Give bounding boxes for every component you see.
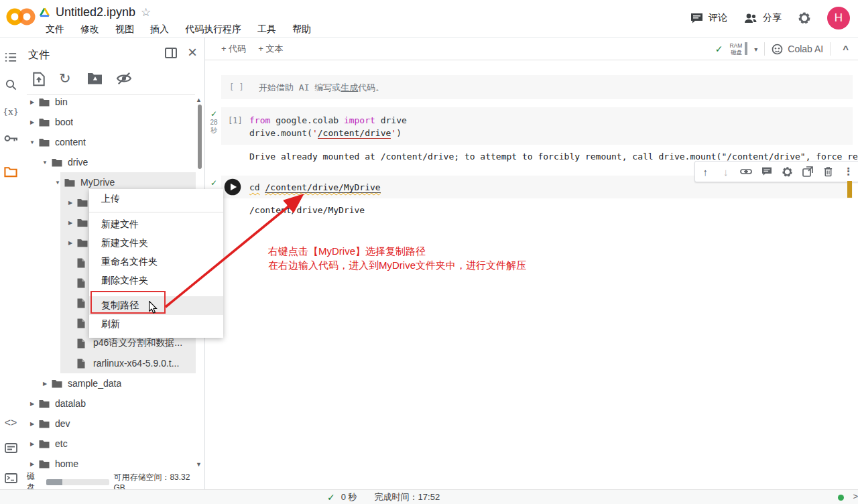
collapse-arrow-icon[interactable]: ▶ [65, 200, 76, 206]
tree-item-datalab[interactable]: ▶datalab [20, 393, 196, 414]
add-text-button[interactable]: + 文本 [258, 43, 283, 55]
context-menu-item-删除文件夹[interactable]: 删除文件夹 [89, 271, 223, 290]
divider [89, 212, 223, 212]
code-editor[interactable]: cd /content/drive/MyDrive [249, 181, 381, 194]
run-cell-button[interactable] [224, 178, 241, 196]
resource-monitor[interactable]: RAM 磁盘 [729, 42, 747, 56]
menu-代码执行程序[interactable]: 代码执行程序 [178, 22, 248, 37]
add-code-button[interactable]: + 代码 [221, 43, 246, 55]
comment-icon[interactable] [759, 164, 775, 180]
collapse-arrow-icon[interactable]: ▶ [65, 220, 76, 226]
delete-icon[interactable] [820, 164, 836, 180]
command-palette-icon[interactable] [3, 440, 18, 455]
path-link[interactable]: /content/drive [318, 128, 391, 139]
colab-ai-button[interactable]: Colab AI [772, 44, 823, 55]
terminal-icon[interactable] [3, 470, 18, 485]
disk-gauge [746, 42, 747, 55]
menu-插入[interactable]: 插入 [143, 22, 176, 37]
secrets-key-icon[interactable] [3, 131, 18, 145]
generate-code-link[interactable]: 生成 [341, 82, 358, 92]
expand-arrow-icon[interactable]: ▼ [52, 180, 63, 186]
notebook-title[interactable]: Untitled2.ipynb [56, 5, 135, 19]
context-menu-item-重命名文件夹[interactable]: 重命名文件夹 [89, 253, 223, 271]
tree-item-sample_data[interactable]: ▶sample_data [20, 373, 196, 393]
exec-seconds: 28 [210, 119, 217, 127]
chevron-right-icon[interactable]: > [853, 491, 858, 501]
tree-item-label: content [55, 137, 86, 147]
menu-工具[interactable]: 工具 [251, 22, 283, 37]
upload-file-icon[interactable] [32, 72, 46, 86]
mount-drive-icon[interactable] [87, 72, 103, 84]
scroll-up-icon[interactable]: ▲ [196, 97, 202, 103]
menu-视图[interactable]: 视图 [109, 22, 141, 37]
link-icon[interactable] [738, 164, 754, 180]
code-cell-mount-drive[interactable]: [1] from google.colab import drivedrive.… [221, 107, 853, 145]
close-panel-icon[interactable]: × [188, 43, 197, 62]
popout-panel-icon[interactable] [165, 48, 177, 58]
expand-arrow-icon[interactable]: ▼ [27, 139, 38, 145]
tree-item-label: bin [55, 97, 68, 107]
collapse-arrow-icon[interactable]: ▶ [27, 461, 38, 467]
context-menu-item-新建文件夹[interactable]: 新建文件夹 [89, 234, 223, 253]
mouse-cursor-icon [147, 301, 158, 314]
placeholder-cell[interactable]: [ ] 开始借助 AI 编写或生成代码。 [221, 75, 853, 99]
settings-gear-icon[interactable] [798, 11, 811, 25]
collapse-arrow-icon[interactable]: ▶ [65, 240, 76, 246]
scroll-down-icon[interactable]: ▼ [196, 461, 202, 468]
tree-item-rarlinux-x64-5.9.0.t...[interactable]: rarlinux-x64-5.9.0.t... [20, 353, 196, 373]
tree-item-home[interactable]: ▶home [20, 454, 196, 474]
variables-icon[interactable]: {x} [3, 104, 18, 119]
tree-scrollbar-thumb[interactable] [198, 105, 202, 169]
cell-toolbar: ↑ ↓ ⋮ [694, 161, 858, 182]
collapse-header-icon[interactable]: ^ [837, 44, 854, 55]
collapse-arrow-icon[interactable]: ▶ [40, 381, 50, 387]
context-menu-item-新建文件[interactable]: 新建文件 [89, 215, 223, 234]
collapse-arrow-icon[interactable]: ▶ [27, 421, 38, 427]
more-vert-icon[interactable]: ⋮ [841, 164, 857, 180]
code-token: google.colab [270, 115, 344, 125]
cell-prompt: [1] [228, 116, 243, 125]
avatar[interactable]: H [827, 7, 850, 29]
move-up-icon[interactable]: ↑ [697, 164, 713, 180]
table-of-contents-icon[interactable] [3, 50, 18, 64]
share-button[interactable]: 分享 [743, 12, 782, 24]
tree-item-drive[interactable]: ▼drive [20, 152, 196, 172]
folder-icon [39, 460, 50, 468]
comment-button[interactable]: 评论 [690, 12, 727, 24]
folder-icon [39, 440, 50, 448]
file-icon [77, 298, 88, 308]
path-link[interactable]: /content/drive/MyDrive [265, 182, 380, 193]
tree-item-bin[interactable]: ▶bin [20, 92, 196, 112]
collapse-arrow-icon[interactable]: ▶ [27, 401, 38, 407]
menu-帮助[interactable]: 帮助 [286, 22, 318, 37]
settings-icon[interactable] [779, 164, 795, 180]
chevron-down-icon[interactable]: ▾ [754, 46, 757, 53]
tree-item-content[interactable]: ▼content [20, 132, 196, 152]
refresh-icon[interactable]: ↻ [59, 70, 71, 86]
search-icon[interactable] [3, 77, 18, 92]
code-snippets-icon[interactable]: <> [3, 416, 18, 430]
context-menu-item-上传[interactable]: 上传 [89, 189, 223, 209]
tree-item-label: home [55, 458, 78, 469]
files-folder-icon[interactable] [3, 164, 18, 179]
star-icon[interactable]: ☆ [141, 5, 151, 19]
hide-hidden-files-icon[interactable] [116, 72, 132, 85]
colab-logo-icon[interactable] [5, 5, 36, 28]
code-token: ' [312, 128, 318, 138]
tree-item-label: etc [55, 438, 68, 449]
collapse-arrow-icon[interactable]: ▶ [27, 441, 38, 447]
context-menu-item-刷新[interactable]: 刷新 [89, 315, 223, 334]
mirror-cell-icon[interactable] [800, 164, 816, 180]
collapse-arrow-icon[interactable]: ▶ [27, 119, 38, 125]
tree-item-dev[interactable]: ▶dev [20, 414, 196, 434]
status-check-icon: ✓ [327, 492, 335, 503]
expand-arrow-icon[interactable]: ▼ [40, 160, 50, 166]
move-down-icon[interactable]: ↓ [718, 164, 734, 180]
code-editor[interactable]: from google.colab import drivedrive.moun… [249, 114, 407, 139]
menu-文件[interactable]: 文件 [39, 22, 71, 37]
menu-修改[interactable]: 修改 [74, 22, 106, 37]
cell-output: /content/drive/MyDrive [249, 205, 365, 215]
tree-item-boot[interactable]: ▶boot [20, 112, 196, 132]
collapse-arrow-icon[interactable]: ▶ [27, 99, 38, 105]
tree-item-etc[interactable]: ▶etc [20, 434, 196, 454]
